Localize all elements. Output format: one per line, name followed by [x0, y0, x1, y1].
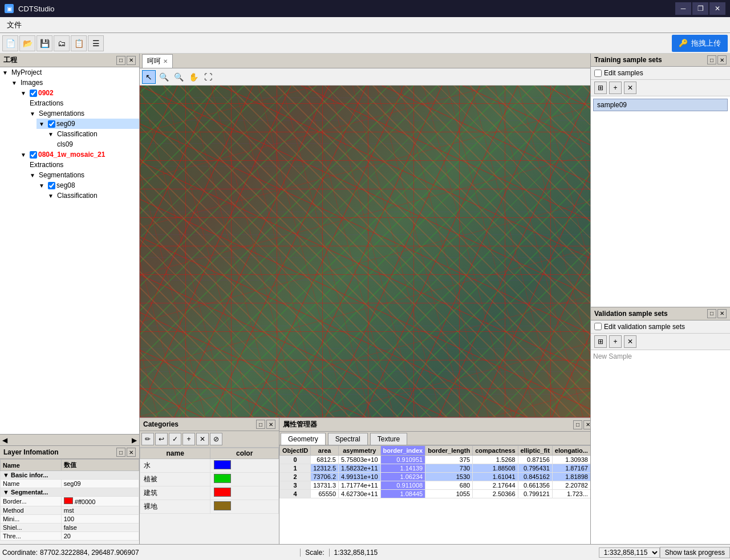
open-button[interactable]: 📂 [19, 35, 35, 51]
expander-0902[interactable]: ▼ [21, 90, 29, 96]
scroll-right-btn[interactable]: ▶ [132, 436, 137, 444]
tab-geometry[interactable]: Geometry [281, 433, 326, 445]
scroll-left-btn[interactable]: ◀ [2, 436, 7, 444]
list-item[interactable]: 裸地 [140, 500, 279, 514]
tree-item-segmentations-0804[interactable]: ▼ Segmentations [27, 170, 139, 180]
project-scroll-nav[interactable]: ◀ ▶ [0, 434, 139, 445]
select-tool-button[interactable]: ↖ [142, 70, 156, 84]
title-bar-controls[interactable]: ─ ❐ ✕ [675, 2, 725, 15]
tree-item-cls09[interactable]: cls09 [55, 139, 139, 149]
list-item[interactable]: 植被 [140, 473, 279, 486]
attr-tab-bar[interactable]: Geometry Spectral Texture [279, 432, 590, 445]
fit-tool-button[interactable]: ⛶ [201, 70, 215, 84]
categories-maximize-button[interactable]: □ [256, 420, 265, 429]
expander-myproject[interactable]: ▼ [2, 70, 10, 76]
restore-button[interactable]: ❐ [692, 2, 708, 15]
layer-info-maximize-button[interactable]: □ [116, 448, 125, 457]
tab-texture[interactable]: Texture [370, 433, 407, 445]
map-view[interactable] [140, 86, 590, 417]
validation-remove-button[interactable]: ✕ [624, 335, 636, 348]
close-button[interactable]: ✕ [709, 2, 725, 15]
training-remove-button[interactable]: ✕ [624, 82, 636, 94]
validation-toolbar[interactable]: ⊞ + ✕ [591, 334, 730, 350]
validation-close-button[interactable]: ✕ [717, 309, 727, 318]
pan-tool-button[interactable]: ✋ [186, 70, 200, 84]
save-button[interactable]: 💾 [36, 35, 52, 51]
training-add-group-button[interactable]: ⊞ [594, 82, 607, 94]
expander-cls-seg09[interactable]: ▼ [48, 131, 56, 137]
cat-check-button[interactable]: ✓ [169, 433, 181, 445]
tree-item-0804[interactable]: ▼ 0804_1w_mosaic_21 [18, 149, 139, 160]
table-row[interactable]: 3 13731.3 1.71774e+11 0.911008 680 2.176… [280, 481, 591, 490]
expander-seg08[interactable]: ▼ [39, 182, 47, 189]
save-layer-button[interactable]: 📋 [71, 35, 87, 51]
table-row[interactable]: 0 6812.5 5.75803e+10 0.910951 375 1.5268… [280, 456, 591, 464]
project-tree[interactable]: ▼ MyProject ▼ Images [0, 67, 139, 434]
tree-item-classification-seg09[interactable]: ▼ Classification [46, 129, 139, 139]
attr-manager-close-button[interactable]: ✕ [583, 420, 590, 429]
menu-file[interactable]: 文件 [2, 18, 26, 32]
checkbox-0902[interactable] [30, 90, 37, 97]
save-all-button[interactable]: 🗂 [54, 35, 70, 51]
table-row[interactable]: 4 65550 4.62730e+11 1.08445 1055 2.50366… [280, 490, 591, 498]
validation-add-group-button[interactable]: ⊞ [594, 335, 607, 348]
checkbox-seg09[interactable] [48, 120, 55, 128]
expander-seg-0902[interactable]: ▼ [30, 111, 38, 117]
minimize-button[interactable]: ─ [675, 2, 691, 15]
project-maximize-button[interactable]: □ [116, 56, 125, 65]
tree-item-0902[interactable]: ▼ 0902 [18, 88, 139, 98]
expander-seg-0804[interactable]: ▼ [30, 172, 38, 178]
expander-images[interactable]: ▼ [11, 80, 19, 86]
expander-0804[interactable]: ▼ [21, 152, 29, 158]
tree-item-images[interactable]: ▼ Images [9, 78, 139, 88]
categories-scroll[interactable]: name color 水 植被 [140, 448, 279, 560]
attr-table-wrap[interactable]: ObjectID area asymmetry border_index bor… [279, 445, 590, 552]
sample-name-item[interactable]: sample09 [593, 99, 728, 111]
scale-select[interactable]: 1:332,858,115 [599, 547, 660, 558]
validation-maximize-button[interactable]: □ [707, 309, 716, 318]
zoom-in-tool-button[interactable]: 🔍 [157, 70, 171, 84]
tree-item-seg08[interactable]: ▼ seg08 [36, 180, 139, 190]
training-close-button[interactable]: ✕ [717, 55, 727, 64]
tree-item-seg09[interactable]: ▼ seg09 [36, 119, 139, 129]
zoom-out-tool-button[interactable]: 🔍 [172, 70, 185, 84]
edit-validation-checkbox[interactable] [594, 323, 602, 330]
list-item[interactable]: 水 [140, 459, 279, 473]
layer-info-controls[interactable]: □ ✕ [116, 448, 136, 457]
tab-close-hehe[interactable]: ✕ [163, 58, 168, 64]
expander-cls-seg08[interactable]: ▼ [48, 193, 56, 199]
cat-edit-button[interactable]: ✏ [141, 433, 154, 445]
table-row[interactable]: 2 73706.2 4.99131e+10 1.06234 1530 1.610… [280, 473, 591, 481]
cat-add-button[interactable]: + [182, 433, 195, 445]
list-button[interactable]: ☰ [88, 35, 104, 51]
color-box-border[interactable] [64, 497, 73, 504]
validation-controls[interactable]: □ ✕ [707, 309, 727, 318]
training-controls[interactable]: □ ✕ [707, 55, 727, 64]
tab-bar[interactable]: 呵呵 ✕ [140, 54, 590, 68]
table-row[interactable]: 1 12312.5 1.58232e+11 1.14139 730 1.8850… [280, 464, 591, 473]
tree-item-myproject[interactable]: ▼ MyProject [0, 67, 139, 78]
tab-hehe[interactable]: 呵呵 ✕ [142, 54, 173, 68]
training-add-button[interactable]: + [609, 82, 622, 94]
edit-samples-checkbox[interactable] [594, 70, 602, 77]
project-close-button[interactable]: ✕ [127, 56, 136, 65]
checkbox-0804[interactable] [30, 151, 37, 159]
task-progress-button[interactable]: Show task progress [660, 547, 730, 558]
training-toolbar[interactable]: ⊞ + ✕ [591, 80, 730, 96]
cat-remove-button[interactable]: ✕ [196, 433, 209, 445]
checkbox-seg08[interactable] [48, 182, 55, 189]
upload-button[interactable]: 🔑 拖拽上传 [672, 35, 728, 52]
cat-undo-button[interactable]: ↩ [155, 433, 168, 445]
categories-close-button[interactable]: ✕ [266, 420, 275, 429]
tree-item-segmentations-0902[interactable]: ▼ Segmentations [27, 108, 139, 119]
categories-toolbar[interactable]: ✏ ↩ ✓ + ✕ ⊘ [140, 431, 279, 448]
attr-manager-maximize-button[interactable]: □ [573, 420, 582, 429]
list-item[interactable]: 建筑 [140, 486, 279, 500]
layer-info-close-button[interactable]: ✕ [127, 448, 136, 457]
project-panel-controls[interactable]: □ ✕ [116, 56, 136, 65]
training-maximize-button[interactable]: □ [707, 55, 716, 64]
new-button[interactable]: 📄 [2, 35, 18, 51]
cat-clear-button[interactable]: ⊘ [210, 433, 222, 445]
tab-spectral[interactable]: Spectral [328, 433, 368, 445]
tree-item-extractions-0804[interactable]: Extractions [27, 160, 139, 170]
